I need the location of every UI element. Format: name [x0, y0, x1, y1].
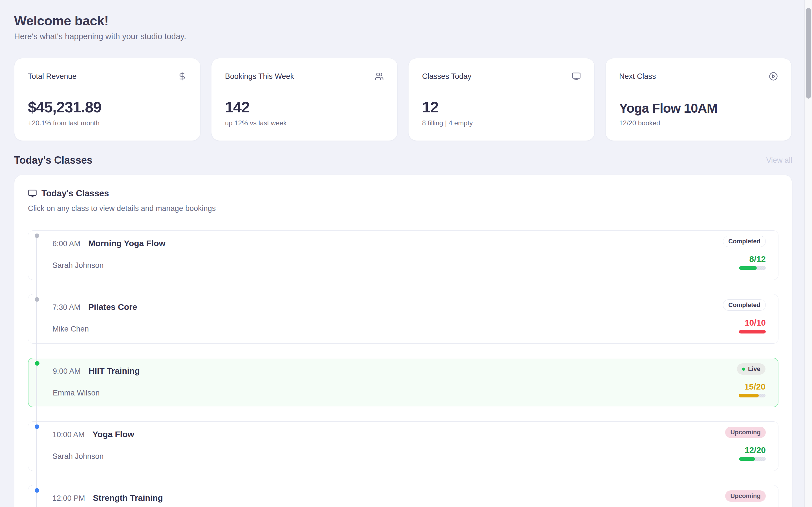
status-badge: Upcoming: [725, 427, 766, 438]
monitor-icon: [28, 189, 37, 198]
booking-progress-bar: [739, 394, 765, 397]
monitor-icon: [572, 72, 581, 81]
timeline-dot: [35, 297, 39, 302]
todays-classes-card: Today's Classes Click on any class to vi…: [14, 175, 792, 507]
stat-value: 12: [422, 98, 581, 116]
stat-caption: +20.1% from last month: [28, 119, 187, 127]
class-name: Pilates Core: [88, 302, 137, 312]
timeline-dot: [35, 233, 39, 238]
stat-card-total-revenue: Total Revenue $45,231.89 +20.1% from las…: [14, 58, 200, 141]
section-heading-row: Today's Classes View all: [14, 154, 792, 166]
classes-card-title: Today's Classes: [42, 188, 109, 199]
class-row-strength-training[interactable]: 12:00 PM Strength Training Upcoming: [28, 485, 778, 507]
stat-card-bookings: Bookings This Week 142 up 12% vs last we…: [211, 58, 398, 141]
class-instructor: Emma Wilson: [53, 389, 100, 397]
stat-value: $45,231.89: [28, 98, 187, 116]
stat-card-next-class: Next Class Yoga Flow 10AM 12/20 booked: [605, 58, 792, 141]
stat-title: Bookings This Week: [225, 72, 294, 81]
class-row-morning-yoga-flow[interactable]: 6:00 AM Morning Yoga Flow Sarah Johnson …: [28, 230, 778, 280]
timeline-dot: [35, 425, 39, 429]
stat-card-classes-today: Classes Today 12 8 filling | 4 empty: [408, 58, 595, 141]
stat-value: 142: [225, 98, 384, 116]
stat-cards-row: Total Revenue $45,231.89 +20.1% from las…: [14, 58, 792, 141]
stat-caption: 12/20 booked: [619, 119, 778, 127]
status-badge: Completed: [723, 236, 766, 247]
stat-title: Next Class: [619, 72, 656, 81]
page-subtitle: Here's what's happening with your studio…: [14, 32, 792, 41]
class-row-hiit-training[interactable]: 9:00 AM HIIT Training Emma Wilson Live 1…: [28, 358, 778, 407]
booking-progress-bar: [739, 330, 766, 334]
dollar-sign-icon: [177, 72, 187, 81]
timeline-dot: [35, 361, 40, 365]
class-instructor: Sarah Johnson: [52, 452, 104, 461]
class-instructor: Mike Chen: [52, 325, 89, 334]
class-list: 6:00 AM Morning Yoga Flow Sarah Johnson …: [28, 230, 778, 507]
class-row-yoga-flow[interactable]: 10:00 AM Yoga Flow Sarah Johnson Upcomin…: [28, 421, 778, 471]
booking-count: 12/20: [745, 445, 766, 455]
stat-caption: up 12% vs last week: [225, 119, 384, 127]
stat-value: Yoga Flow 10AM: [619, 101, 778, 116]
class-name: Yoga Flow: [93, 430, 134, 439]
status-badge: Live: [737, 363, 765, 375]
class-time: 9:00 AM: [53, 367, 81, 376]
section-title: Today's Classes: [14, 154, 93, 166]
classes-card-subtitle: Click on any class to view details and m…: [28, 204, 778, 213]
stat-title: Total Revenue: [28, 72, 77, 81]
class-row-pilates-core[interactable]: 7:30 AM Pilates Core Mike Chen Completed…: [28, 294, 778, 344]
welcome-header: Welcome back! Here's what's happening wi…: [14, 0, 792, 41]
timeline-dot: [35, 488, 39, 493]
status-badge: Completed: [723, 299, 766, 311]
play-circle-icon: [769, 72, 778, 81]
page-title: Welcome back!: [14, 13, 792, 29]
class-time: 10:00 AM: [52, 431, 85, 439]
users-icon: [375, 72, 384, 81]
class-time: 7:30 AM: [52, 303, 80, 312]
booking-progress-bar: [739, 457, 766, 461]
scrollbar-track[interactable]: [804, 0, 812, 507]
booking-progress-bar: [739, 266, 766, 270]
stat-caption: 8 filling | 4 empty: [422, 119, 581, 127]
class-name: HIIT Training: [89, 366, 140, 376]
class-instructor: Sarah Johnson: [52, 261, 104, 270]
booking-count: 8/12: [749, 255, 766, 264]
booking-count: 10/10: [745, 318, 766, 328]
class-time: 6:00 AM: [52, 239, 80, 248]
view-all-link[interactable]: View all: [766, 156, 792, 165]
class-name: Morning Yoga Flow: [88, 238, 165, 248]
dashboard-content: Welcome back! Here's what's happening wi…: [14, 0, 792, 507]
scrollbar-thumb[interactable]: [806, 8, 811, 99]
booking-count: 15/20: [744, 382, 765, 392]
class-name: Strength Training: [93, 493, 163, 503]
live-dot-icon: [742, 368, 745, 371]
status-badge: Upcoming: [725, 490, 766, 502]
class-time: 12:00 PM: [52, 494, 85, 503]
stat-title: Classes Today: [422, 72, 471, 81]
timeline-line: [36, 237, 37, 507]
